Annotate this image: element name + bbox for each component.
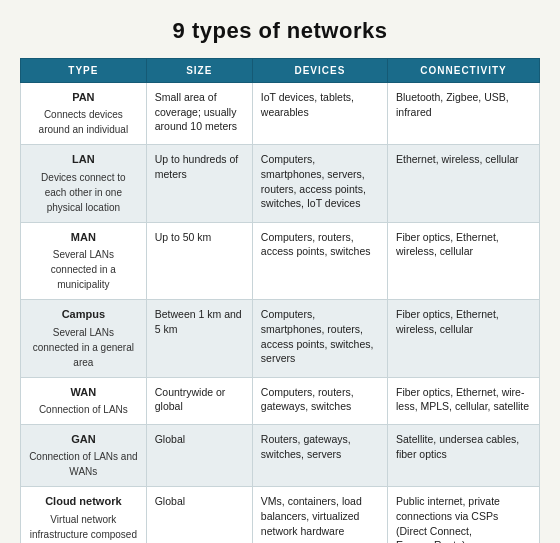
type-name: LAN: [29, 152, 138, 167]
connectivity-cell: Public internet, private connections via…: [388, 487, 540, 543]
table-row: GANConnection of LANs and WANsGlobalRout…: [21, 424, 540, 486]
col-header-devices: DEVICES: [252, 59, 387, 83]
table-header-row: TYPE SIZE DEVICES CONNECTIVITY: [21, 59, 540, 83]
type-name: PAN: [29, 90, 138, 105]
devices-cell: Routers, gateways, switches, servers: [252, 424, 387, 486]
type-name: MAN: [29, 230, 138, 245]
table-row: CampusSeveral LANs connected in a genera…: [21, 300, 540, 377]
table-row: PANConnects devices around an individual…: [21, 83, 540, 145]
table-row: MANSeveral LANs connected in a municipal…: [21, 222, 540, 299]
connectivity-cell: Fiber optics, Ethernet, wire-less, MPLS,…: [388, 377, 540, 424]
type-cell: MANSeveral LANs connected in a municipal…: [21, 222, 147, 299]
devices-cell: Computers, smartphones, routers, access …: [252, 300, 387, 377]
type-cell: GANConnection of LANs and WANs: [21, 424, 147, 486]
type-desc: Devices connect to each other in one phy…: [41, 172, 126, 213]
devices-cell: Computers, smartphones, servers, routers…: [252, 145, 387, 222]
connectivity-cell: Ethernet, wireless, cellular: [388, 145, 540, 222]
type-desc: Several LANs connected in a general area: [33, 327, 134, 368]
size-cell: Up to hundreds of meters: [146, 145, 252, 222]
table-row: WANConnection of LANsCountrywide or glob…: [21, 377, 540, 424]
size-cell: Between 1 km and 5 km: [146, 300, 252, 377]
col-header-type: TYPE: [21, 59, 147, 83]
page-wrapper: 9 types of networks TYPE SIZE DEVICES CO…: [0, 0, 560, 543]
devices-cell: Computers, routers, access points, switc…: [252, 222, 387, 299]
size-cell: Global: [146, 487, 252, 543]
type-cell: WANConnection of LANs: [21, 377, 147, 424]
type-name: Campus: [29, 307, 138, 322]
size-cell: Small area of coverage; usually around 1…: [146, 83, 252, 145]
type-name: Cloud network: [29, 494, 138, 509]
connectivity-cell: Fiber optics, Ethernet, wireless, cellul…: [388, 300, 540, 377]
table-row: Cloud networkVirtual network infrastruct…: [21, 487, 540, 543]
table-row: LANDevices connect to each other in one …: [21, 145, 540, 222]
type-name: GAN: [29, 432, 138, 447]
devices-cell: IoT devices, tablets, wearables: [252, 83, 387, 145]
type-desc: Several LANs connected in a municipality: [51, 249, 116, 290]
size-cell: Global: [146, 424, 252, 486]
connectivity-cell: Fiber optics, Ethernet, wireless, cellul…: [388, 222, 540, 299]
col-header-size: SIZE: [146, 59, 252, 83]
connectivity-cell: Bluetooth, Zigbee, USB, infrared: [388, 83, 540, 145]
type-desc: Connection of LANs: [39, 404, 128, 415]
type-cell: PANConnects devices around an individual: [21, 83, 147, 145]
type-cell: Cloud networkVirtual network infrastruct…: [21, 487, 147, 543]
size-cell: Countrywide or global: [146, 377, 252, 424]
devices-cell: VMs, containers, load balancers, virtual…: [252, 487, 387, 543]
page-title: 9 types of networks: [20, 18, 540, 44]
network-types-table: TYPE SIZE DEVICES CONNECTIVITY PANConnec…: [20, 58, 540, 543]
type-desc: Connection of LANs and WANs: [29, 451, 137, 477]
size-cell: Up to 50 km: [146, 222, 252, 299]
connectivity-cell: Satellite, undersea cables, fiber optics: [388, 424, 540, 486]
type-desc: Virtual network infrastructure composed …: [30, 514, 137, 543]
col-header-connectivity: CONNECTIVITY: [388, 59, 540, 83]
type-desc: Connects devices around an individual: [39, 109, 129, 135]
type-cell: LANDevices connect to each other in one …: [21, 145, 147, 222]
devices-cell: Computers, routers, gateways, switches: [252, 377, 387, 424]
type-cell: CampusSeveral LANs connected in a genera…: [21, 300, 147, 377]
type-name: WAN: [29, 385, 138, 400]
